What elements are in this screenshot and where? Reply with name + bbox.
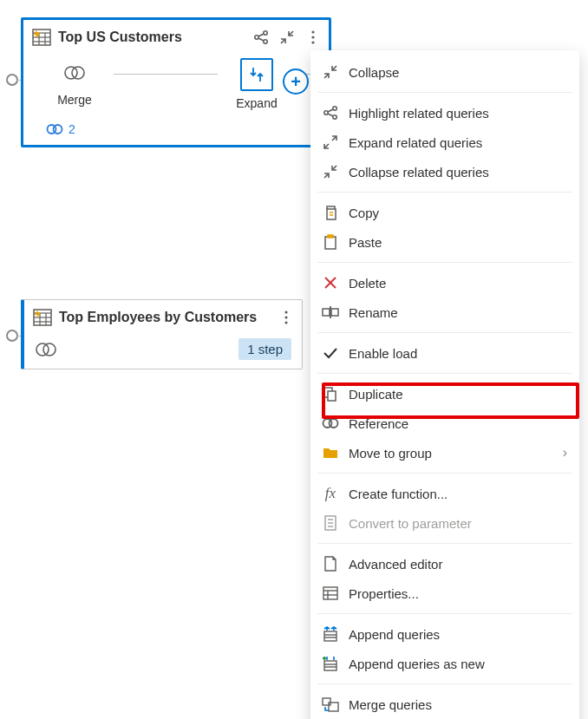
- collapse-arrows-icon: [319, 164, 342, 180]
- menu-label: Highlight related queries: [349, 106, 567, 121]
- menu-reference[interactable]: Reference: [310, 409, 579, 438]
- step-merge[interactable]: Merge: [36, 58, 114, 107]
- share-icon[interactable]: [252, 29, 270, 46]
- svg-point-31: [333, 115, 336, 119]
- menu-advanced-editor[interactable]: Advanced editor: [310, 549, 579, 578]
- menu-label: Properties...: [349, 586, 567, 601]
- menu-expand-related[interactable]: Expand related queries: [310, 127, 579, 157]
- menu-label: Collapse: [349, 65, 567, 80]
- append-icon: [319, 626, 342, 642]
- svg-point-24: [284, 310, 287, 313]
- menu-move-to-group[interactable]: Move to group ›: [310, 438, 579, 467]
- context-menu: Collapse Highlight related queries Expan…: [310, 50, 579, 719]
- menu-separator: [317, 613, 572, 614]
- menu-rename[interactable]: Rename: [310, 297, 579, 327]
- svg-line-10: [258, 38, 264, 41]
- menu-separator: [317, 543, 572, 544]
- properties-icon: [319, 586, 342, 600]
- menu-separator: [317, 192, 572, 193]
- menu-collapse-related[interactable]: Collapse related queries: [310, 157, 579, 186]
- copy-icon: [319, 205, 342, 220]
- svg-point-30: [333, 107, 336, 110]
- card-footer[interactable]: 2: [23, 119, 329, 145]
- step-count-badge[interactable]: 1 step: [238, 338, 291, 360]
- step-label: Expand: [236, 96, 277, 110]
- menu-label: Duplicate: [349, 387, 567, 402]
- step-label: Merge: [57, 93, 92, 107]
- menu-label: Create function...: [349, 487, 567, 501]
- card-title: Top US Customers: [58, 29, 252, 45]
- collapse-icon: [319, 64, 342, 80]
- menu-properties[interactable]: Properties...: [310, 578, 579, 608]
- menu-merge-queries[interactable]: Merge queries: [310, 690, 579, 719]
- svg-point-7: [264, 31, 267, 35]
- add-step-button[interactable]: +: [283, 69, 309, 95]
- merge-queries-icon: [319, 696, 342, 712]
- svg-point-12: [311, 36, 314, 38]
- more-icon[interactable]: [304, 29, 322, 46]
- menu-separator: [317, 373, 572, 374]
- card-header: Top US Customers: [23, 20, 329, 55]
- menu-paste[interactable]: Paste: [310, 227, 579, 257]
- menu-append-queries[interactable]: Append queries: [310, 619, 579, 649]
- svg-rect-36: [328, 235, 333, 238]
- menu-label: Append queries: [349, 627, 567, 642]
- check-icon: [319, 347, 342, 359]
- menu-label: Paste: [349, 235, 567, 250]
- menu-separator: [317, 92, 572, 93]
- collapse-icon[interactable]: [278, 29, 296, 46]
- svg-point-26: [284, 321, 287, 324]
- table-icon: [33, 309, 52, 326]
- svg-line-33: [328, 114, 333, 116]
- menu-separator: [317, 683, 572, 684]
- expand-arrows-icon: [319, 134, 342, 150]
- menu-label: Rename: [349, 305, 567, 320]
- svg-rect-35: [325, 237, 336, 249]
- svg-point-13: [311, 41, 314, 43]
- connector-dot: [6, 74, 18, 86]
- menu-collapse[interactable]: Collapse: [310, 57, 579, 87]
- reference-icon: [319, 417, 342, 429]
- menu-create-function[interactable]: fx Create function...: [310, 479, 579, 508]
- menu-separator: [317, 262, 572, 263]
- folder-icon: [319, 446, 342, 460]
- connector-dot: [6, 330, 18, 342]
- menu-delete[interactable]: Delete: [310, 268, 579, 297]
- merge-step-icon[interactable]: [35, 341, 57, 358]
- menu-label: Append queries as new: [349, 657, 567, 671]
- menu-label: Delete: [349, 276, 567, 291]
- menu-label: Advanced editor: [349, 557, 567, 572]
- svg-point-6: [255, 36, 258, 39]
- card-body: Merge Expand: [23, 55, 329, 119]
- parameter-icon: [319, 515, 342, 531]
- more-icon[interactable]: [278, 309, 295, 326]
- function-icon: fx: [319, 485, 342, 502]
- menu-label: Copy: [349, 206, 567, 220]
- card-header: Top Employees by Customers: [24, 300, 302, 331]
- svg-point-28: [43, 343, 56, 356]
- svg-point-45: [330, 419, 338, 428]
- menu-append-queries-new[interactable]: Append queries as new: [310, 649, 579, 678]
- svg-point-29: [324, 111, 328, 114]
- share-icon: [319, 105, 342, 121]
- card-body: 1 step: [24, 331, 302, 369]
- card-title: Top Employees by Customers: [59, 310, 278, 325]
- query-card-top-employees[interactable]: Top Employees by Customers 1 step: [21, 299, 303, 369]
- svg-point-11: [311, 30, 314, 33]
- editor-icon: [319, 556, 342, 572]
- table-icon: [32, 29, 51, 46]
- diagram-canvas: Top US Customers Merge: [0, 0, 588, 719]
- menu-label: Merge queries: [349, 697, 567, 712]
- menu-copy[interactable]: Copy: [310, 198, 579, 227]
- chevron-right-icon: ›: [563, 445, 567, 461]
- menu-label: Expand related queries: [349, 135, 567, 150]
- svg-rect-34: [327, 209, 336, 219]
- menu-label: Enable load: [349, 346, 567, 361]
- menu-convert-to-parameter: Convert to parameter: [310, 508, 579, 538]
- menu-highlight-related[interactable]: Highlight related queries: [310, 98, 579, 127]
- menu-label: Convert to parameter: [349, 516, 567, 531]
- delete-icon: [319, 276, 342, 290]
- menu-duplicate[interactable]: Duplicate: [310, 379, 579, 409]
- append-new-icon: [319, 656, 342, 671]
- menu-enable-load[interactable]: Enable load: [310, 338, 579, 368]
